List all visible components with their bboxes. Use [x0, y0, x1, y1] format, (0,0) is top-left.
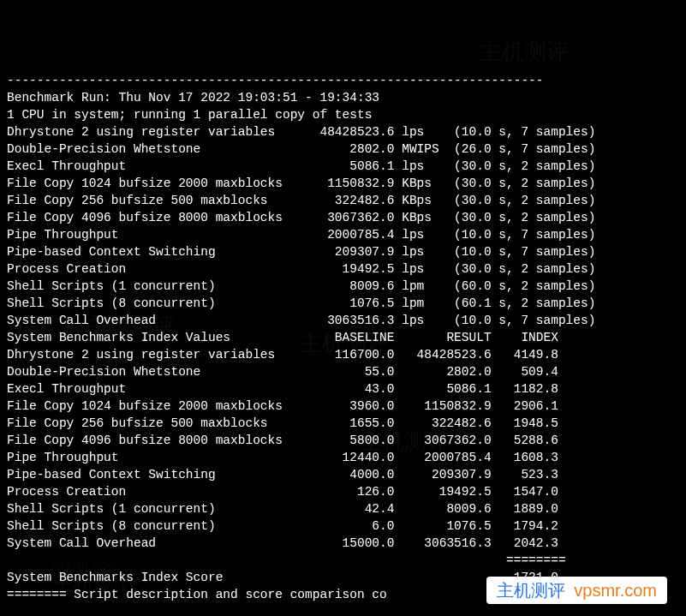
- terminal-line: Pipe Throughput 2000785.4 lps (10.0 s, 7…: [7, 226, 679, 243]
- terminal-line: File Copy 1024 bufsize 2000 maxblocks 11…: [7, 175, 679, 192]
- watermark-url: vpsmr.com: [574, 582, 657, 599]
- terminal-line: Shell Scripts (1 concurrent) 8009.6 lpm …: [7, 278, 679, 295]
- terminal-line: Double-Precision Whetstone 55.0 2802.0 5…: [7, 363, 679, 380]
- terminal-line: Pipe-based Context Switching 209307.9 lp…: [7, 243, 679, 260]
- terminal-line: Execl Throughput 5086.1 lps (30.0 s, 2 s…: [7, 158, 679, 175]
- terminal-line: Execl Throughput 43.0 5086.1 1182.8: [7, 380, 679, 398]
- watermark-badge: 主机测评 vpsmr.com: [486, 577, 667, 604]
- terminal-line: Dhrystone 2 using register variables 484…: [7, 123, 679, 141]
- bg-watermark: 主机测评: [480, 43, 569, 60]
- terminal-line: Pipe-based Context Switching 4000.0 2093…: [7, 466, 679, 483]
- terminal-line: ========: [7, 552, 679, 569]
- terminal-line: ----------------------------------------…: [7, 72, 679, 89]
- terminal-line: System Benchmarks Index Values BASELINE …: [7, 329, 679, 346]
- terminal-line: Dhrystone 2 using register variables 116…: [7, 346, 679, 363]
- terminal-line: File Copy 4096 bufsize 8000 maxblocks 58…: [7, 432, 679, 449]
- terminal-line: System Call Overhead 15000.0 3063516.3 2…: [7, 535, 679, 552]
- terminal-line: Pipe Throughput 12440.0 2000785.4 1608.3: [7, 449, 679, 466]
- terminal-line: File Copy 256 bufsize 500 maxblocks 3224…: [7, 192, 679, 209]
- terminal-line: File Copy 4096 bufsize 8000 maxblocks 30…: [7, 209, 679, 226]
- terminal-output: ----------------------------------------…: [7, 72, 679, 603]
- terminal-line: Shell Scripts (1 concurrent) 42.4 8009.6…: [7, 500, 679, 517]
- terminal-line: File Copy 256 bufsize 500 maxblocks 1655…: [7, 415, 679, 432]
- terminal-line: System Call Overhead 3063516.3 lps (10.0…: [7, 312, 679, 329]
- terminal-line: Double-Precision Whetstone 2802.0 MWIPS …: [7, 141, 679, 158]
- terminal-line: Benchmark Run: Thu Nov 17 2022 19:03:51 …: [7, 89, 679, 106]
- terminal-line: Shell Scripts (8 concurrent) 1076.5 lpm …: [7, 295, 679, 312]
- watermark-text: 主机测评: [497, 582, 565, 599]
- terminal-line: Shell Scripts (8 concurrent) 6.0 1076.5 …: [7, 517, 679, 535]
- terminal-line: Process Creation 126.0 19492.5 1547.0: [7, 483, 679, 500]
- terminal-line: Process Creation 19492.5 lps (30.0 s, 2 …: [7, 260, 679, 278]
- terminal-line: 1 CPU in system; running 1 parallel copy…: [7, 106, 679, 123]
- terminal-line: File Copy 1024 bufsize 2000 maxblocks 39…: [7, 398, 679, 415]
